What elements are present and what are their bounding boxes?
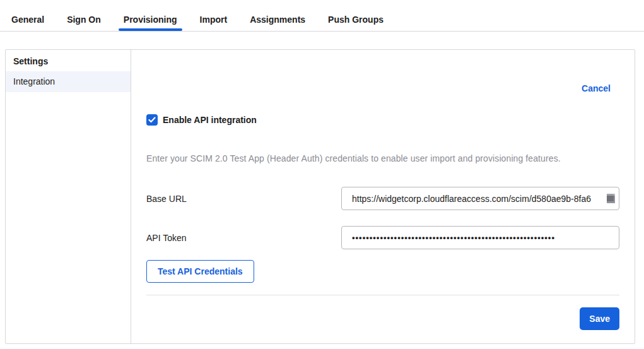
test-api-credentials-button[interactable]: Test API Credentials	[146, 260, 254, 283]
api-token-label: API Token	[146, 233, 341, 243]
save-button[interactable]: Save	[580, 307, 619, 330]
section-divider	[146, 295, 619, 295]
enable-api-checkbox[interactable]	[146, 114, 158, 126]
integration-settings-content: Cancel Enable API integration Enter your…	[131, 50, 635, 343]
test-credentials-row: Test API Credentials	[146, 260, 619, 283]
base-url-row: Base URL	[146, 187, 619, 210]
tab-push-groups[interactable]: Push Groups	[328, 0, 383, 31]
enable-api-row: Enable API integration	[146, 114, 619, 126]
api-token-row: API Token	[146, 226, 619, 249]
tab-provisioning[interactable]: Provisioning	[124, 0, 177, 31]
cancel-row: Cancel	[146, 83, 619, 94]
cancel-link[interactable]: Cancel	[582, 83, 611, 93]
sidebar-heading-settings: Settings	[6, 50, 131, 71]
credentials-description: Enter your SCIM 2.0 Test App (Header Aut…	[146, 153, 619, 163]
tab-import[interactable]: Import	[200, 0, 228, 31]
enable-api-label: Enable API integration	[163, 115, 257, 125]
base-url-input[interactable]	[341, 187, 619, 210]
tab-assignments[interactable]: Assignments	[250, 0, 305, 31]
text-overflow-cursor-icon	[607, 194, 615, 203]
base-url-field	[341, 187, 619, 210]
settings-sidebar: Settings Integration	[6, 50, 131, 343]
tab-sign-on[interactable]: Sign On	[67, 0, 101, 31]
api-token-input[interactable]	[341, 226, 619, 249]
checkmark-icon	[148, 117, 156, 123]
sidebar-item-integration[interactable]: Integration	[6, 71, 131, 92]
app-tab-bar: General Sign On Provisioning Import Assi…	[0, 0, 644, 32]
base-url-label: Base URL	[146, 194, 341, 204]
provisioning-panel: Settings Integration Cancel Enable API i…	[5, 49, 635, 344]
tab-general[interactable]: General	[11, 0, 44, 31]
save-row: Save	[146, 307, 619, 330]
api-token-field	[341, 226, 619, 249]
